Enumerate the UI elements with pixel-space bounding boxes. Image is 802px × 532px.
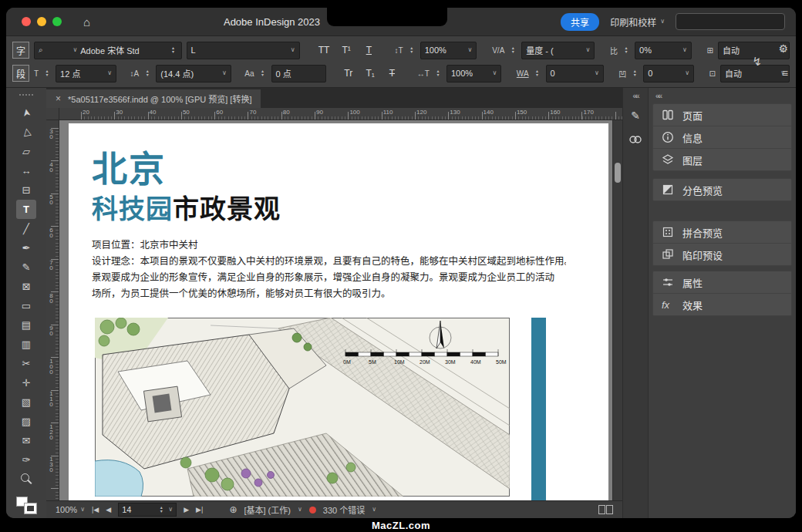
collapse-panels-icon[interactable]: ««	[652, 92, 792, 103]
share-button[interactable]: 共享	[561, 13, 599, 31]
type-tool[interactable]: T	[16, 200, 36, 219]
prev-page-button[interactable]: ◀	[106, 506, 111, 513]
links-panel-icon[interactable]	[627, 131, 644, 148]
tools-drag-handle[interactable]	[19, 94, 33, 96]
all-caps-button[interactable]: TT	[315, 45, 332, 56]
gpu-performance-icon[interactable]: ↯	[752, 55, 762, 69]
baseline-shift-stepper[interactable]: ▴ ▾	[259, 69, 267, 77]
vertical-scale-stepper[interactable]: ▴ ▾	[408, 46, 416, 54]
horizontal-scale-stepper[interactable]: ▴ ▾	[434, 69, 442, 77]
zoom-window-button[interactable]	[52, 17, 62, 26]
panel-item-label: 属性	[682, 275, 703, 290]
panel-item-separations-preview[interactable]: 分色预览	[653, 179, 791, 200]
page-tool[interactable]: ▱	[16, 142, 36, 161]
scrollbar-thumb[interactable]	[615, 163, 621, 183]
first-page-button[interactable]: |◀	[92, 506, 99, 513]
proportional-spacing-stepper[interactable]: ▴ ▾	[622, 46, 630, 54]
vertical-grid-tool[interactable]: ▥	[16, 335, 36, 354]
font-family-stepper[interactable]: ▴ ▾	[170, 46, 177, 54]
vertical-scrollbar[interactable]	[612, 120, 622, 500]
content-collector-tool[interactable]: ⊟	[16, 180, 36, 200]
vertical-scale-select[interactable]: 100% ∨	[420, 42, 477, 59]
ruler-origin-box[interactable]	[46, 108, 59, 120]
subscript-button[interactable]: T₁	[362, 68, 379, 79]
horizontal-scale-select[interactable]: 100% ∨	[446, 65, 501, 82]
chevron-down-icon[interactable]: ∨	[298, 507, 302, 513]
next-page-button[interactable]: ▶	[184, 506, 189, 513]
document-tab[interactable]: × *5a05117e3566f.indd @ 100% [GPU 预览] [转…	[46, 89, 261, 108]
ruler-number-h: 40	[150, 109, 157, 116]
panel-item-properties[interactable]: 属性	[653, 271, 791, 294]
font-style-select[interactable]: L ∨	[187, 42, 300, 59]
strikethrough-button[interactable]: T	[383, 68, 400, 79]
page-number-stepper[interactable]: ▴ ▾	[157, 506, 165, 513]
document-page[interactable]: 北京 科技园市政景观 项目位置：北京市中关村设计理念：本项目的景观不仅要融入中关…	[69, 123, 608, 500]
kerning-select[interactable]: 量度 - ( ∨	[521, 42, 595, 59]
vertical-ruler[interactable]: 30405060708090100110120130	[46, 120, 59, 500]
page-number-field[interactable]: 14 ▴ ▾ ∨	[118, 503, 177, 517]
gradient-feather-tool[interactable]: ▨	[16, 412, 36, 431]
site-plan-image[interactable]: 0M5M10M20M30M40M50M	[95, 318, 510, 497]
fill-stroke-swatches[interactable]	[16, 497, 36, 513]
superscript-button[interactable]: T¹	[338, 45, 356, 56]
color-theme-tool[interactable]: ✑	[16, 450, 36, 470]
panel-item-info[interactable]: 信息	[653, 126, 791, 149]
horizontal-ruler[interactable]: 2030405060708090100110120130140150160170	[59, 108, 622, 120]
spread-view-icon[interactable]	[598, 505, 613, 514]
gradient-swatch-tool[interactable]: ▧	[16, 392, 36, 412]
panel-item-layers[interactable]: 图层	[653, 149, 791, 170]
collapse-panels-icon[interactable]: ««	[623, 92, 648, 100]
minimize-window-button[interactable]	[37, 17, 46, 26]
tracking-stepper[interactable]: ▴ ▾	[534, 69, 541, 77]
pen-tool[interactable]: ✒	[16, 238, 36, 258]
leading-stepper[interactable]: ▴ ▾	[143, 69, 151, 77]
pen-panel-icon[interactable]: ✎	[627, 107, 644, 124]
scissors-tool[interactable]: ✂	[16, 354, 36, 373]
close-window-button[interactable]	[22, 17, 31, 26]
panel-menu-icon[interactable]: ≡	[782, 67, 788, 79]
small-caps-button[interactable]: Tr	[340, 68, 357, 79]
gyoudori-stepper[interactable]: ▴ ▾	[631, 69, 639, 77]
pasteboard[interactable]: 北京 科技园市政景观 项目位置：北京市中关村设计理念：本项目的景观不仅要融入中关…	[59, 120, 612, 500]
horizontal-grid-tool[interactable]: ▤	[16, 315, 36, 335]
stroke-swatch[interactable]	[25, 503, 36, 513]
home-icon[interactable]: ⌂	[83, 15, 90, 29]
paragraph-panel-toggle[interactable]: 段	[12, 65, 29, 82]
zoom-tool[interactable]	[16, 470, 36, 489]
chevron-down-icon: ∨	[493, 70, 497, 76]
baseline-shift-field[interactable]: 0 点	[271, 65, 326, 82]
font-family-select[interactable]: ⌕ ∨ Adobe 宋体 Std ▴ ▾	[34, 42, 182, 59]
line-tool[interactable]: ╱	[16, 219, 36, 238]
chevron-down-icon[interactable]: ∨	[372, 507, 376, 513]
preflight-profile[interactable]: [基本] (工作)	[244, 503, 291, 516]
proportional-spacing-select[interactable]: 0% ∨	[635, 42, 692, 59]
panel-item-pages[interactable]: 页面	[653, 104, 791, 126]
close-icon[interactable]: ×	[56, 93, 61, 104]
ruler-number-h: 20	[83, 109, 89, 116]
panel-item-trap-presets[interactable]: 陷印预设	[653, 244, 791, 265]
character-panel-toggle[interactable]: 字	[12, 42, 29, 59]
tracking-select[interactable]: 0 ∨	[546, 65, 604, 82]
kerning-stepper[interactable]: ▴ ▾	[509, 46, 517, 54]
search-input[interactable]	[676, 13, 785, 30]
panel-item-effects[interactable]: fx 效果	[653, 294, 791, 315]
font-size-stepper[interactable]: ▴ ▾	[43, 69, 51, 77]
rectangle-tool[interactable]: ▭	[16, 296, 36, 315]
font-size-select[interactable]: 12 点 ∨	[56, 65, 116, 82]
underline-button[interactable]: T	[360, 45, 378, 56]
direct-selection-tool[interactable]: ▷	[15, 121, 37, 144]
ruler-number-h: 130	[450, 109, 460, 116]
gap-tool[interactable]: ↔	[16, 161, 36, 180]
gear-icon[interactable]: ⚙	[778, 42, 788, 55]
leading-select[interactable]: (14.4 点) ∨	[156, 65, 231, 82]
gyoudori-select[interactable]: 0 ∨	[643, 65, 694, 82]
pencil-tool[interactable]: ✎	[16, 258, 36, 277]
error-count[interactable]: 330 个错误	[323, 503, 365, 516]
free-transform-tool[interactable]: ✛	[16, 373, 36, 392]
zoom-level-select[interactable]: 100% ∨	[56, 505, 85, 514]
rectangle-frame-tool[interactable]: ⊠	[16, 277, 36, 296]
workspace-switcher[interactable]: 印刷和校样 ∨	[610, 15, 665, 29]
note-tool[interactable]: ✉	[16, 431, 36, 450]
last-page-button[interactable]: ▶|	[196, 506, 203, 513]
panel-item-flattener-preview[interactable]: 拼合预览	[653, 221, 791, 244]
